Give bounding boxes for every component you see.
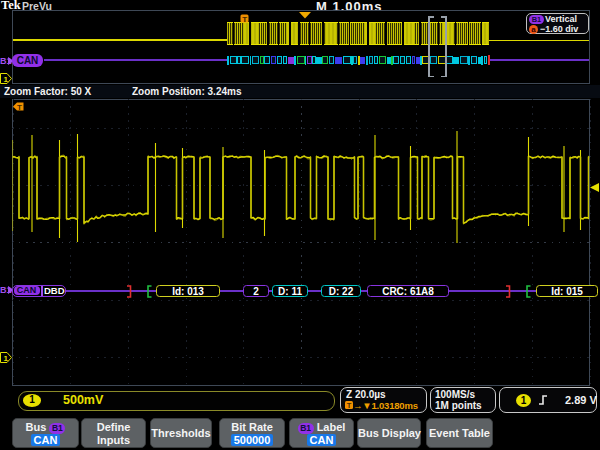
svg-text:T: T [347,401,352,409]
svg-text:1: 1 [4,353,9,362]
